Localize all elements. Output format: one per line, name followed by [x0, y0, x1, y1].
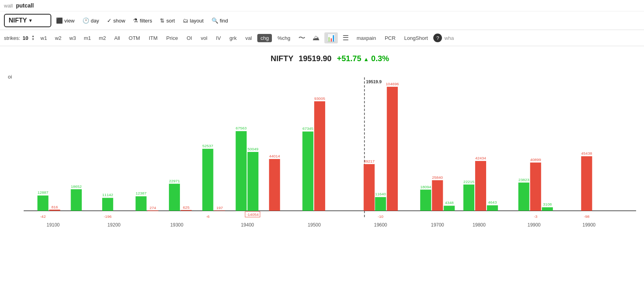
svg-rect-43 — [375, 197, 386, 211]
svg-text:22971: 22971 — [169, 179, 180, 183]
svg-text:23823: 23823 — [519, 178, 530, 182]
maxpain-button[interactable]: maxpain — [354, 34, 379, 42]
svg-text:19200: 19200 — [107, 222, 121, 228]
svg-rect-29 — [236, 131, 247, 211]
col-vol[interactable]: vol — [198, 34, 211, 42]
longshort-button[interactable]: LongShort — [401, 34, 431, 42]
col-iv[interactable]: IV — [213, 34, 224, 42]
sort-button[interactable]: ⇅ sort — [157, 15, 178, 26]
chart-title: NIFTY 19519.90 +51.75 ▲ 0.3% — [24, 54, 636, 63]
svg-text:50049: 50049 — [247, 147, 258, 151]
col-pctchg[interactable]: %chg — [274, 34, 294, 42]
top-bar: wall putcall — [0, 0, 644, 11]
svg-text:18094: 18094 — [420, 185, 431, 189]
svg-text:-14054: -14054 — [247, 212, 259, 217]
svg-text:-196: -196 — [104, 214, 112, 219]
col-val[interactable]: val — [242, 34, 255, 42]
oi-label: oi — [8, 74, 12, 80]
svg-text:104696: 104696 — [386, 82, 399, 86]
svg-text:67563: 67563 — [236, 126, 247, 130]
filter-otm[interactable]: OTM — [125, 34, 143, 42]
svg-rect-17 — [147, 210, 158, 211]
svg-text:45438: 45438 — [581, 151, 592, 155]
svg-rect-3 — [37, 195, 49, 211]
svg-rect-31 — [247, 152, 258, 211]
toolbar: NIFTY ▾ ⬛ view 🕐 day ✓ show ⚗ filters ⇅ … — [0, 11, 644, 30]
chart-change: +51.75 ▲ 0.3% — [337, 54, 389, 63]
svg-text:-98: -98 — [584, 214, 590, 219]
svg-rect-47 — [364, 164, 375, 211]
strikes-value: 10 — [22, 35, 28, 41]
svg-rect-67 — [530, 163, 541, 211]
view-button[interactable]: ⬛ view — [53, 15, 78, 26]
svg-rect-26 — [214, 210, 225, 211]
svg-text:19400: 19400 — [241, 222, 254, 228]
svg-rect-51 — [420, 190, 431, 211]
day-button[interactable]: 🕐 day — [79, 15, 102, 26]
strikes-stepper[interactable]: ▲ ▼ — [32, 35, 35, 41]
svg-rect-36 — [269, 159, 280, 211]
svg-text:3108: 3108 — [543, 202, 552, 206]
show-button[interactable]: ✓ show — [104, 15, 128, 26]
period-m1[interactable]: m1 — [81, 34, 94, 42]
svg-text:42434: 42434 — [475, 156, 486, 160]
col-grk[interactable]: grk — [227, 34, 240, 42]
chart-symbol: NIFTY — [271, 54, 293, 63]
table-icon[interactable]: ☰ — [340, 32, 351, 43]
svg-rect-55 — [444, 206, 455, 211]
bar-group-19800: 22215 42434 4643 19800 — [463, 156, 498, 228]
bar-group-19600: 11640 104696 39217 -10 19600 — [364, 82, 399, 228]
help-icon[interactable]: ? — [433, 34, 442, 42]
period-w2[interactable]: w2 — [52, 34, 64, 42]
svg-rect-62 — [487, 205, 498, 211]
filters-button[interactable]: ⚗ filters — [130, 15, 155, 26]
svg-text:-10: -10 — [378, 214, 384, 219]
bar-group-19350: 52537 197 -6 — [202, 144, 225, 219]
period-m2[interactable]: m2 — [96, 34, 109, 42]
filter-itm[interactable]: ITM — [146, 34, 161, 42]
strikes-down-icon[interactable]: ▼ — [32, 38, 35, 41]
col-oi[interactable]: OI — [183, 34, 195, 42]
svg-rect-19 — [169, 184, 180, 211]
bar-chart: 19519.9 12887 816 -42 19100 — [24, 67, 636, 241]
svg-text:274: 274 — [150, 206, 156, 210]
svg-text:19700: 19700 — [431, 222, 444, 228]
filter-icon: ⚗ — [133, 17, 138, 24]
pcr-button[interactable]: PCR — [382, 34, 399, 42]
bar-group-19300: 22971 625 19300 — [169, 179, 192, 228]
period-w3[interactable]: w3 — [67, 34, 79, 42]
bar-group-19150: 18652 — [71, 184, 82, 211]
svg-text:19900: 19900 — [528, 222, 541, 228]
symbol-select[interactable]: NIFTY ▾ — [4, 14, 51, 27]
svg-text:19300: 19300 — [170, 222, 183, 228]
svg-rect-60 — [475, 161, 486, 211]
svg-rect-58 — [463, 185, 474, 211]
svg-text:93005: 93005 — [314, 96, 325, 101]
col-price[interactable]: Price — [163, 34, 181, 42]
svg-text:22215: 22215 — [463, 180, 474, 184]
sort-icon: ⇅ — [160, 17, 165, 24]
svg-text:19500: 19500 — [308, 222, 321, 228]
bar-chart-icon[interactable]: 📊 — [324, 32, 338, 43]
check-icon: ✓ — [107, 17, 112, 24]
svg-text:4348: 4348 — [445, 200, 454, 205]
find-button[interactable]: 🔍 find — [208, 15, 231, 26]
layout-button[interactable]: 🗂 layout — [180, 15, 207, 26]
putcall-label: putcall — [16, 2, 34, 9]
svg-text:67345: 67345 — [302, 126, 313, 131]
chart-pct: 0.3% — [371, 54, 389, 63]
col-chg[interactable]: chg — [257, 34, 272, 42]
period-w1[interactable]: w1 — [38, 34, 50, 42]
svg-rect-11 — [102, 198, 113, 211]
svg-text:25840: 25840 — [432, 175, 443, 180]
svg-rect-38 — [302, 131, 313, 211]
svg-rect-40 — [314, 101, 325, 211]
bar-group-19400: 67563 50049 -14054 19400 — [236, 126, 260, 228]
filter-all[interactable]: All — [111, 34, 123, 42]
line-chart-icon[interactable]: 〜 — [296, 32, 308, 44]
svg-text:11142: 11142 — [102, 193, 113, 197]
svg-text:44014: 44014 — [269, 154, 280, 158]
bar-group-19100: 12887 816 -42 19100 — [37, 190, 60, 228]
strikes-bar: strikes: 10 ▲ ▼ w1 w2 w3 m1 m2 All OTM I… — [0, 30, 644, 46]
mountain-chart-icon[interactable]: ⛰ — [310, 33, 322, 43]
